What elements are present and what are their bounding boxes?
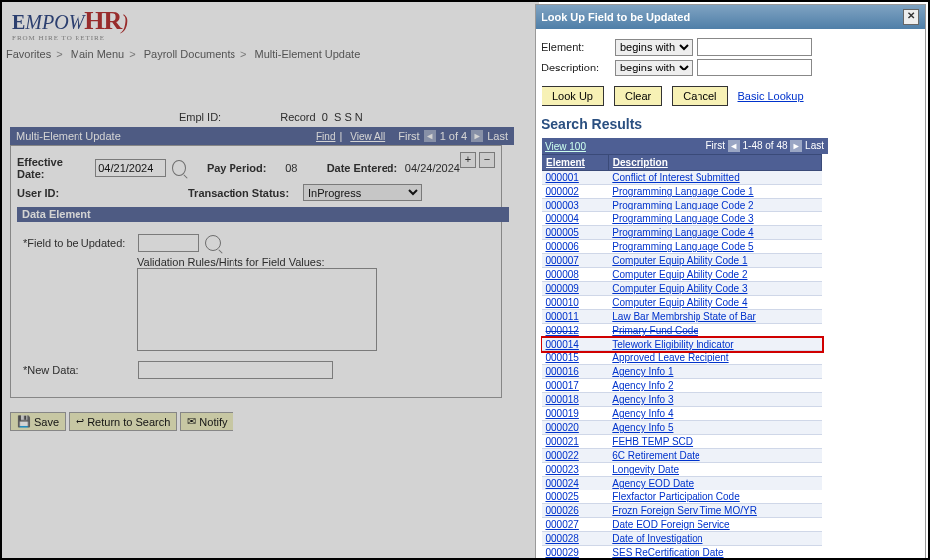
crumb-favorites[interactable]: Favorites	[6, 48, 51, 60]
element-link[interactable]: 000007	[546, 255, 579, 266]
crumb-multi-element-update[interactable]: Multi-Element Update	[255, 48, 361, 60]
crumb-payroll-documents[interactable]: Payroll Documents	[144, 48, 235, 60]
element-link[interactable]: 000001	[546, 172, 579, 183]
description-link[interactable]: Agency Info 4	[612, 408, 673, 419]
element-link[interactable]: 000006	[546, 241, 579, 252]
description-link[interactable]: Agency Info 3	[612, 394, 673, 405]
element-link[interactable]: 000005	[546, 227, 579, 238]
element-link[interactable]: 000022	[546, 450, 579, 461]
description-link[interactable]: Programming Language Code 2	[612, 200, 753, 210]
description-link[interactable]: 6C Retirement Date	[612, 450, 699, 461]
description-link[interactable]: Agency Info 2	[612, 380, 673, 391]
description-link[interactable]: Programming Language Code 4	[612, 227, 753, 238]
element-link[interactable]: 000014	[546, 339, 579, 350]
prev-icon[interactable]: ◄	[424, 130, 436, 142]
element-link[interactable]: 000029	[546, 547, 579, 558]
table-row: 000023Longevity Date	[542, 463, 822, 477]
element-link[interactable]: 000027	[546, 519, 579, 530]
field-lookup-icon[interactable]	[205, 235, 221, 251]
element-link[interactable]: 000019	[546, 408, 579, 419]
col-description[interactable]: Description	[608, 155, 821, 171]
pager-prev-icon[interactable]: ◄	[728, 140, 740, 152]
element-link[interactable]: 000028	[546, 533, 579, 544]
element-link[interactable]: 000024	[546, 478, 579, 489]
lookup-dialog: Look Up Field to be Updated ✕ Element: b…	[535, 4, 926, 560]
save-button[interactable]: 💾Save	[10, 412, 66, 431]
date-lookup-icon[interactable]	[172, 160, 186, 176]
element-link[interactable]: 000020	[546, 422, 579, 433]
element-link[interactable]: 000015	[546, 352, 579, 363]
description-link[interactable]: Agency Info 5	[612, 422, 673, 433]
description-link[interactable]: Programming Language Code 5	[612, 241, 753, 252]
cancel-button[interactable]: Cancel	[672, 86, 727, 106]
description-link[interactable]: Computer Equip Ability Code 3	[612, 283, 747, 294]
description-link[interactable]: Longevity Date	[612, 464, 679, 475]
element-op-select[interactable]: begins with	[615, 39, 693, 56]
add-row-icon[interactable]: +	[460, 152, 476, 168]
viewall-link[interactable]: View All	[350, 131, 385, 142]
lookup-titlebar: Look Up Field to be Updated ✕	[536, 5, 925, 29]
description-link[interactable]: SES ReCertification Date	[612, 547, 723, 558]
description-link[interactable]: Primary Fund Code	[612, 325, 698, 336]
element-link[interactable]: 000026	[546, 505, 579, 516]
description-link[interactable]: Computer Equip Ability Code 1	[612, 255, 747, 266]
description-link[interactable]: Computer Equip Ability Code 4	[612, 297, 747, 308]
element-link[interactable]: 000023	[546, 464, 579, 475]
element-link[interactable]: 000004	[546, 213, 579, 224]
table-row: 000002Programming Language Code 1	[542, 185, 822, 199]
new-data-input[interactable]	[138, 361, 333, 379]
description-op-select[interactable]: begins with	[615, 60, 693, 76]
effective-date-label: Effective Date:	[17, 156, 89, 180]
description-link[interactable]: Date of Investigation	[612, 533, 702, 544]
transaction-status-select[interactable]: InProgress	[303, 184, 422, 201]
element-link[interactable]: 000017	[546, 380, 579, 391]
description-link[interactable]: Agency EOD Date	[612, 478, 694, 489]
element-link[interactable]: 000010	[546, 297, 579, 308]
return-to-search-button[interactable]: ↩Return to Search	[69, 412, 177, 431]
delete-row-icon[interactable]: −	[479, 152, 495, 168]
clear-button[interactable]: Clear	[614, 86, 662, 106]
effective-date-input[interactable]	[95, 159, 166, 177]
element-link[interactable]: 000021	[546, 436, 579, 447]
element-link[interactable]: 000018	[546, 394, 579, 405]
description-link[interactable]: Frozn Foreign Serv Time MO/YR	[612, 505, 757, 516]
description-link[interactable]: Flexfactor Participation Code	[612, 491, 739, 502]
pay-period-label: Pay Period:	[207, 162, 279, 174]
element-link[interactable]: 000025	[546, 491, 579, 502]
field-to-update-input[interactable]	[138, 234, 199, 252]
table-row: 000004Programming Language Code 3	[542, 212, 822, 226]
element-link[interactable]: 000008	[546, 269, 579, 280]
description-link[interactable]: Programming Language Code 3	[612, 213, 753, 224]
description-link[interactable]: Computer Equip Ability Code 2	[612, 269, 747, 280]
find-link[interactable]: Find	[316, 131, 335, 142]
description-link[interactable]: FEHB TEMP SCD	[612, 436, 693, 447]
element-input[interactable]	[697, 38, 812, 56]
element-link[interactable]: 000012	[546, 325, 579, 336]
description-link[interactable]: Date EOD Foreign Service	[612, 519, 729, 530]
notify-button[interactable]: ✉Notify	[180, 412, 233, 431]
element-link[interactable]: 000009	[546, 283, 579, 294]
table-row: 000028Date of Investigation	[542, 532, 822, 546]
description-link[interactable]: Approved Leave Recipient	[612, 352, 728, 363]
description-link[interactable]: Law Bar Membrship State of Bar	[612, 311, 756, 322]
close-icon[interactable]: ✕	[903, 9, 919, 25]
description-input[interactable]	[697, 59, 812, 76]
view100-link[interactable]: View 100	[545, 141, 586, 152]
validation-rules-textarea[interactable]	[137, 268, 377, 351]
element-link[interactable]: 000011	[546, 311, 579, 322]
date-entered-label: Date Entered:	[327, 162, 399, 174]
next-icon[interactable]: ►	[471, 130, 483, 142]
basic-lookup-link[interactable]: Basic Lookup	[738, 90, 804, 102]
description-link[interactable]: Conflict of Interest Submitted	[612, 172, 739, 183]
col-element[interactable]: Element	[542, 155, 609, 171]
lookup-button[interactable]: Look Up	[542, 86, 604, 106]
table-row: 000012Primary Fund Code	[542, 324, 822, 338]
element-link[interactable]: 000003	[546, 200, 579, 210]
element-link[interactable]: 000016	[546, 366, 579, 377]
crumb-main-menu[interactable]: Main Menu	[71, 48, 124, 60]
description-link[interactable]: Telework Eligibility Indicator	[612, 339, 733, 350]
description-link[interactable]: Agency Info 1	[612, 366, 673, 377]
description-link[interactable]: Programming Language Code 1	[612, 186, 753, 197]
pager-next-icon[interactable]: ►	[790, 140, 802, 152]
element-link[interactable]: 000002	[546, 186, 579, 197]
